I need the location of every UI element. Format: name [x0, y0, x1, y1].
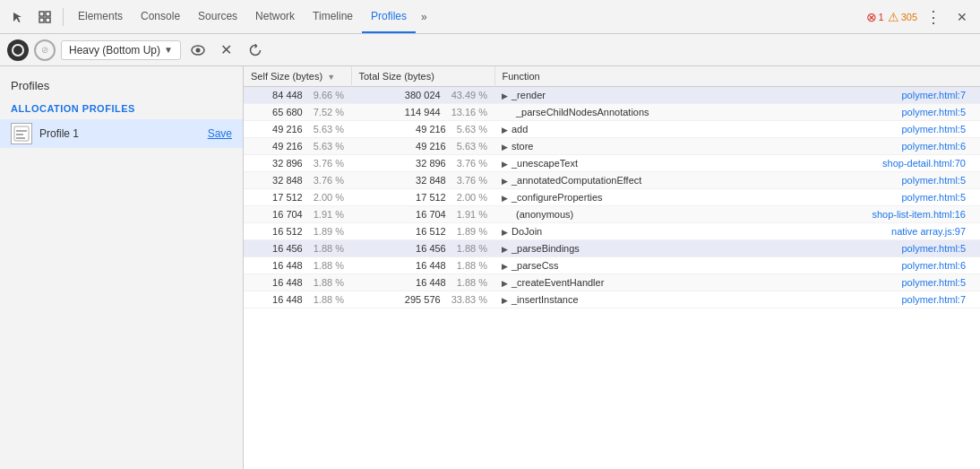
close-devtools-button[interactable]: ✕ — [950, 4, 975, 30]
function-name: (anonymous) — [516, 209, 573, 220]
source-link[interactable]: native array.js:97 — [891, 226, 966, 237]
table-row[interactable]: 32 8963.76 %32 8963.76 %shop-detail.html… — [244, 155, 980, 172]
top-toolbar: Elements Console Sources Network Timelin… — [0, 0, 980, 34]
table-row[interactable]: 49 2165.63 %49 2165.63 %polymer.html:6▶s… — [244, 138, 980, 155]
source-link[interactable]: polymer.html:7 — [901, 294, 966, 305]
col-total-size[interactable]: Total Size (bytes) — [351, 66, 494, 87]
cell-total-size: 16 4561.88 % — [351, 240, 494, 257]
cell-total-size: 49 2165.63 % — [351, 138, 494, 155]
function-name: add — [511, 124, 528, 135]
source-link[interactable]: polymer.html:5 — [901, 277, 966, 288]
table-row[interactable]: 65 6807.52 %114 94413.16 %polymer.html:5… — [244, 104, 980, 121]
source-link[interactable]: shop-detail.html:70 — [882, 158, 966, 169]
expand-arrow[interactable]: ▶ — [502, 143, 508, 152]
cell-total-size: 17 5122.00 % — [351, 189, 494, 206]
table-row[interactable]: 84 4489.66 %380 02443.49 %polymer.html:7… — [244, 87, 980, 104]
expand-arrow[interactable]: ▶ — [502, 126, 508, 135]
table-wrapper[interactable]: Self Size (bytes) ▼ Total Size (bytes) F… — [244, 66, 980, 469]
table-row[interactable]: 49 2165.63 %49 2165.63 %polymer.html:5▶a… — [244, 121, 980, 138]
function-name: _createEventHandler — [511, 277, 604, 288]
expand-arrow[interactable]: ▶ — [502, 296, 508, 305]
cell-function: polymer.html:5▶_configureProperties — [494, 189, 980, 206]
cell-function: polymer.html:7▶_render — [494, 87, 980, 104]
tab-timeline[interactable]: Timeline — [304, 0, 362, 33]
expand-arrow[interactable]: ▶ — [502, 194, 508, 203]
function-name: _configureProperties — [511, 192, 603, 203]
more-menu-button[interactable]: ⋮ — [921, 4, 946, 30]
profile-1-item[interactable]: Profile 1 Save — [0, 119, 243, 148]
save-profile-button[interactable]: Save — [208, 127, 232, 140]
source-link[interactable]: polymer.html:5 — [901, 124, 966, 135]
sidebar: Profiles ALLOCATION PROFILES Profile 1 S… — [0, 66, 244, 469]
cell-total-size: 32 8963.76 % — [351, 155, 494, 172]
chevron-down-icon: ▼ — [164, 45, 173, 55]
expand-arrow[interactable]: ▶ — [502, 160, 508, 169]
cell-self-size: 65 6807.52 % — [244, 104, 351, 121]
cell-function: polymer.html:7▶_insertInstance — [494, 291, 980, 308]
cell-self-size: 16 5121.89 % — [244, 223, 351, 240]
svg-rect-8 — [16, 134, 23, 135]
tab-elements[interactable]: Elements — [69, 0, 132, 33]
source-link[interactable]: polymer.html:5 — [901, 192, 966, 203]
table-row[interactable]: 16 4561.88 %16 4561.88 %polymer.html:5▶_… — [244, 240, 980, 257]
inspect-icon[interactable] — [32, 4, 57, 30]
cell-self-size: 16 4481.88 % — [244, 291, 351, 308]
cell-function: polymer.html:5▶_annotatedComputationEffe… — [494, 172, 980, 189]
source-link[interactable]: polymer.html:5 — [901, 175, 966, 186]
tab-profiles[interactable]: Profiles — [362, 0, 416, 33]
function-name: _unescapeText — [511, 158, 578, 169]
expand-arrow[interactable]: ▶ — [502, 245, 508, 254]
warning-badge[interactable]: ⚠ 305 — [888, 10, 917, 24]
svg-rect-0 — [39, 12, 44, 16]
cell-total-size: 32 8483.76 % — [351, 172, 494, 189]
clear-icon[interactable]: ✕ — [215, 39, 238, 62]
cell-self-size: 32 8483.76 % — [244, 172, 351, 189]
tab-sources[interactable]: Sources — [189, 0, 246, 33]
expand-arrow[interactable]: ▶ — [502, 228, 508, 237]
source-link[interactable]: polymer.html:5 — [901, 243, 966, 254]
source-link[interactable]: polymer.html:5 — [901, 107, 966, 117]
table-row[interactable]: 16 4481.88 %16 4481.88 %polymer.html:6▶_… — [244, 257, 980, 274]
expand-arrow[interactable]: ▶ — [502, 177, 508, 186]
source-link[interactable]: polymer.html:6 — [901, 260, 966, 271]
cell-total-size: 114 94413.16 % — [351, 104, 494, 121]
expand-arrow[interactable]: ▶ — [502, 279, 508, 288]
tab-network[interactable]: Network — [246, 0, 304, 33]
allocation-profiles-header: ALLOCATION PROFILES — [0, 98, 243, 119]
col-function[interactable]: Function — [494, 66, 980, 87]
function-name: _render — [511, 90, 546, 100]
cell-total-size: 16 5121.89 % — [351, 223, 494, 240]
source-link[interactable]: shop-list-item.html:16 — [872, 209, 966, 220]
view-mode-dropdown[interactable]: Heavy (Bottom Up) ▼ — [61, 40, 181, 60]
cell-function: polymer.html:5_parseChildNodesAnnotation… — [494, 104, 980, 121]
refresh-icon[interactable] — [244, 39, 267, 62]
table-row[interactable]: 17 5122.00 %17 5122.00 %polymer.html:5▶_… — [244, 189, 980, 206]
cell-total-size: 16 4481.88 % — [351, 274, 494, 291]
tab-console[interactable]: Console — [132, 0, 189, 33]
record-button[interactable] — [7, 39, 29, 61]
more-tabs-button[interactable]: » — [416, 0, 433, 33]
col-self-size[interactable]: Self Size (bytes) ▼ — [244, 66, 351, 87]
source-link[interactable]: polymer.html:6 — [901, 141, 966, 152]
cell-function: polymer.html:5▶_createEventHandler — [494, 274, 980, 291]
cursor-icon[interactable] — [5, 4, 30, 30]
expand-arrow[interactable]: ▶ — [502, 262, 508, 271]
table-row[interactable]: 32 8483.76 %32 8483.76 %polymer.html:5▶_… — [244, 172, 980, 189]
warning-count: 305 — [901, 12, 917, 22]
source-link[interactable]: polymer.html:7 — [901, 90, 966, 100]
table-row[interactable]: 16 4481.88 %16 4481.88 %polymer.html:5▶_… — [244, 274, 980, 291]
stop-button[interactable]: ⊘ — [34, 39, 56, 61]
error-badge[interactable]: ⊗ 1 — [866, 10, 884, 24]
svg-point-5 — [195, 48, 200, 52]
cell-self-size: 49 2165.63 % — [244, 138, 351, 155]
table-row[interactable]: 16 4481.88 %295 57633.83 %polymer.html:7… — [244, 291, 980, 308]
table-row[interactable]: 16 5121.89 %16 5121.89 %native array.js:… — [244, 223, 980, 240]
cell-function: polymer.html:5▶add — [494, 121, 980, 138]
table-row[interactable]: 16 7041.91 %16 7041.91 %shop-list-item.h… — [244, 206, 980, 223]
cell-self-size: 16 7041.91 % — [244, 206, 351, 223]
eye-icon[interactable] — [186, 39, 210, 62]
record-inner — [12, 44, 24, 56]
main-layout: Profiles ALLOCATION PROFILES Profile 1 S… — [0, 66, 980, 469]
sidebar-title: Profiles — [0, 74, 243, 98]
expand-arrow[interactable]: ▶ — [502, 91, 508, 100]
